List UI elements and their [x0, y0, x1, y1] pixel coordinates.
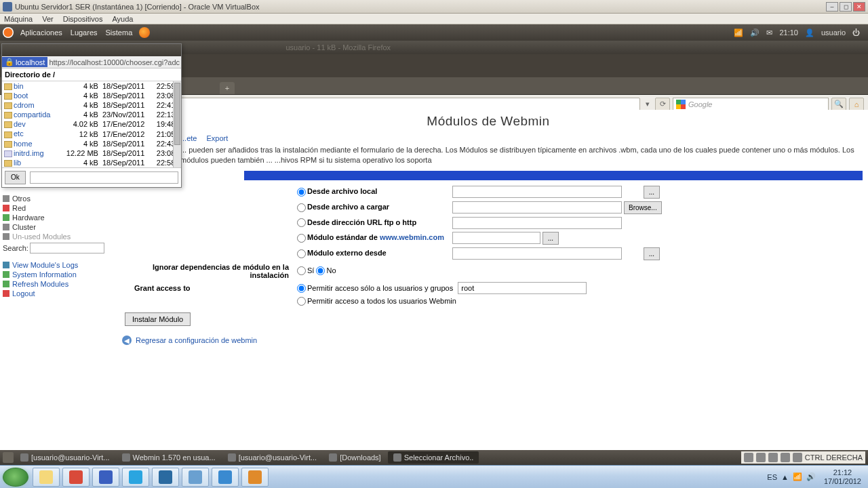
sidebar-item-red[interactable]: Red: [3, 203, 106, 213]
file-row[interactable]: cdrom4 kB18/Sep/201122:41: [2, 100, 181, 110]
firefox-launcher-icon[interactable]: [139, 27, 150, 38]
subtab-delete[interactable]: ...ete: [180, 134, 197, 142]
tray-flag-icon[interactable]: ▲: [781, 473, 789, 481]
mail-icon[interactable]: ✉: [766, 28, 772, 37]
ubuntu-logo-icon[interactable]: [3, 27, 14, 38]
task-label: Webmin 1.570 en usua...: [133, 453, 216, 462]
taskbar-task[interactable]: Seleccionar Archivo..: [388, 451, 479, 464]
search-dropdown[interactable]: 🔍: [831, 98, 846, 111]
sidebar-link-refresh[interactable]: Refresh Modules: [3, 279, 106, 289]
close-button[interactable]: ✕: [853, 2, 865, 12]
input-grant-users[interactable]: [458, 282, 587, 294]
minimize-button[interactable]: –: [826, 2, 838, 12]
taskbar-task[interactable]: Webmin 1.570 en usua...: [117, 451, 221, 464]
power-icon[interactable]: ⏻: [852, 28, 860, 37]
sidebar-link-logout[interactable]: Logout: [3, 289, 106, 298]
file-row[interactable]: lib4 kB18/Sep/201122:58: [2, 158, 181, 167]
radio-grant-all[interactable]: [297, 297, 306, 306]
file-name: compartida: [14, 110, 50, 119]
volume-icon[interactable]: 🔊: [750, 28, 760, 37]
scrollbar[interactable]: [173, 81, 181, 167]
browse-upload-button[interactable]: Browse...: [624, 201, 662, 214]
input-std[interactable]: [452, 232, 540, 244]
network-icon[interactable]: 📶: [734, 28, 743, 37]
input-upload[interactable]: [452, 201, 622, 214]
radio-upload[interactable]: [297, 203, 306, 212]
taskbar-pin-explorer[interactable]: [33, 468, 60, 487]
taskbar-pin-paint[interactable]: [182, 468, 209, 487]
gnome-menu-sistema[interactable]: Sistema: [102, 28, 137, 37]
sidebar-item-cluster[interactable]: Cluster: [3, 222, 106, 232]
search-label: Search:: [3, 244, 28, 252]
taskbar-task[interactable]: [Downloads]: [323, 451, 387, 464]
back-link[interactable]: Regresar a configuración de webmin: [136, 336, 257, 344]
sidebar-link-sysinfo[interactable]: System Information: [3, 270, 106, 279]
file-row[interactable]: initrd.img12.22 MB18/Sep/201123:08: [2, 148, 181, 158]
back-arrow-icon[interactable]: ◀: [122, 336, 132, 345]
radio-ignore-no[interactable]: [316, 266, 325, 275]
taskbar-pin-iexplore[interactable]: [212, 468, 239, 487]
radio-ignore-si[interactable]: [297, 266, 306, 275]
taskbar-pin-skype[interactable]: [122, 468, 149, 487]
file-row[interactable]: bin4 kB18/Sep/201122:59: [2, 81, 181, 91]
taskbar-task[interactable]: [usuario@usuario-Virt...: [222, 451, 323, 464]
browse-local-button[interactable]: ...: [644, 186, 660, 199]
tray-lang[interactable]: ES: [767, 473, 777, 481]
file-row[interactable]: etc12 kB17/Ene/201221:05: [2, 129, 181, 138]
browse-ext-button[interactable]: ...: [644, 247, 660, 260]
radio-grant-sel[interactable]: [297, 284, 306, 293]
chooser-titlebar[interactable]: [2, 44, 181, 56]
file-date: 23/Nov/2011: [100, 110, 155, 119]
vbox-menu-ayuda[interactable]: Ayuda: [112, 15, 133, 23]
radio-ext[interactable]: [297, 249, 306, 258]
taskbar-pin-word[interactable]: [92, 468, 119, 487]
file-row[interactable]: boot4 kB18/Sep/201123:08: [2, 91, 181, 100]
user-icon[interactable]: 👤: [805, 28, 814, 37]
taskbar-task[interactable]: [usuario@usuario-Virt...: [15, 451, 115, 464]
taskbar-pin-chrome[interactable]: [62, 468, 90, 487]
start-button[interactable]: [3, 468, 28, 487]
ok-button[interactable]: Ok: [5, 171, 26, 184]
input-local-path[interactable]: [452, 186, 622, 198]
webmin-link[interactable]: www.webmin.com: [380, 233, 444, 241]
file-row[interactable]: dev4.02 kB17/Ene/201219:48: [2, 119, 181, 129]
sidebar-item-hardware[interactable]: Hardware: [3, 213, 106, 222]
windows-clock[interactable]: 21:12 17/01/2012: [820, 468, 865, 485]
radio-std[interactable]: [297, 234, 306, 243]
file-row[interactable]: compartida4 kB23/Nov/201122:13: [2, 110, 181, 119]
search-box[interactable]: Google: [673, 98, 829, 111]
sidebar-link-logs[interactable]: View Module's Logs: [3, 260, 106, 270]
sidebar-item-unused[interactable]: Un-used Modules: [3, 232, 106, 241]
chooser-path-input[interactable]: [30, 171, 178, 184]
reload-button[interactable]: ⟳: [655, 98, 670, 111]
user-label[interactable]: usuario: [821, 28, 846, 37]
taskbar-pin-wmp[interactable]: [241, 468, 269, 487]
subtab-export[interactable]: Export: [206, 134, 228, 142]
radio-local[interactable]: [297, 188, 306, 197]
vbox-menu-ver[interactable]: Ver: [42, 15, 54, 23]
sidebar-item-otros[interactable]: Otros: [3, 194, 106, 203]
input-ext[interactable]: [452, 247, 622, 260]
install-module-button[interactable]: Instalar Módulo: [125, 312, 191, 326]
gnome-menu-lugares[interactable]: Lugares: [66, 28, 102, 37]
file-row[interactable]: home4 kB18/Sep/201122:43: [2, 139, 181, 148]
maximize-button[interactable]: ◻: [840, 2, 852, 12]
gnome-menu-aplicaciones[interactable]: Aplicaciones: [16, 28, 66, 37]
browse-std-button[interactable]: ...: [542, 232, 559, 245]
input-url[interactable]: [452, 217, 622, 229]
tray-volume-icon[interactable]: 🔊: [806, 472, 816, 481]
vbox-menu-dispositivos[interactable]: Dispositivos: [63, 15, 103, 23]
sidebar-search-input[interactable]: [30, 243, 104, 253]
home-button[interactable]: ⌂: [849, 98, 864, 111]
show-desktop-icon[interactable]: [3, 452, 14, 463]
vbox-menu-maquina[interactable]: Máquina: [4, 15, 33, 23]
clock[interactable]: 21:10: [779, 28, 798, 37]
new-tab-button[interactable]: +: [220, 82, 235, 94]
url-dropdown-icon[interactable]: ▾: [643, 100, 652, 108]
file-date: 18/Sep/2011: [100, 148, 155, 158]
search-placeholder: Google: [688, 100, 712, 108]
tray-network-icon[interactable]: 📶: [793, 472, 802, 481]
vbox-status-bar: CTRL DERECHA: [741, 451, 865, 464]
taskbar-pin-vbox[interactable]: [152, 468, 179, 487]
radio-url[interactable]: [297, 218, 306, 227]
